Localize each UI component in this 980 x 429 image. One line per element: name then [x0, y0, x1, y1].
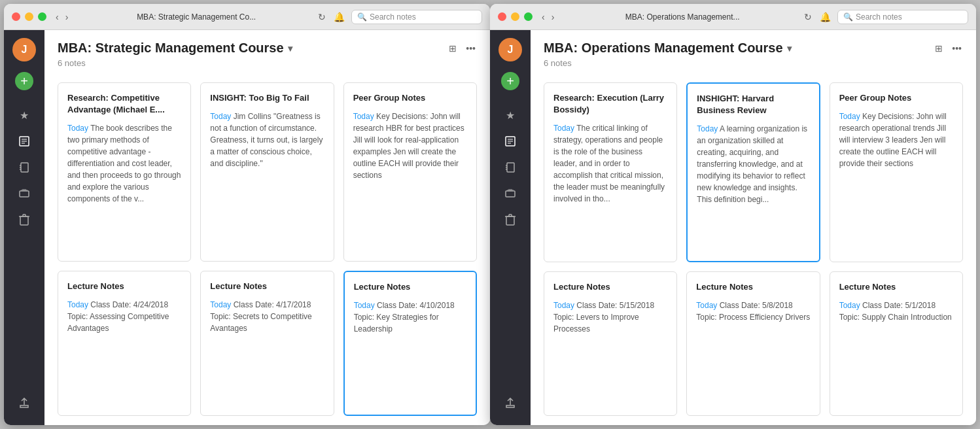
- note-card-note-2[interactable]: INSIGHT: Too Big To FailToday Jim Collin…: [200, 82, 334, 262]
- note-preview-note-1: Today The book describes the two primary…: [67, 122, 181, 205]
- note-card-note-r1[interactable]: Research: Execution (Larry Bossidy)Today…: [544, 82, 677, 262]
- note-title-note-6: Lecture Notes: [354, 281, 466, 293]
- bell-btn-left[interactable]: 🔔: [332, 10, 346, 24]
- bell-btn-right[interactable]: 🔔: [818, 10, 832, 24]
- notebook-header-right: MBA: Operations Management Course ▾ ⊞ ••…: [531, 30, 976, 73]
- sidebar-left: J + ★: [4, 30, 44, 425]
- window-left: ‹ › MBA: Strategic Management Co... ↻ 🔔 …: [4, 4, 490, 425]
- today-label-note-4: Today: [67, 300, 88, 309]
- note-preview-note-r5: Today Class Date: 5/8/2018 Topic: Proces…: [696, 300, 810, 323]
- search-placeholder-right: Search notes: [856, 12, 902, 22]
- back-btn-right[interactable]: ‹: [539, 10, 548, 24]
- note-title-note-r4: Lecture Notes: [553, 281, 667, 293]
- note-title-note-r6: Lecture Notes: [839, 281, 953, 293]
- back-btn-left[interactable]: ‹: [53, 10, 61, 24]
- minimize-btn-left[interactable]: [25, 12, 33, 21]
- note-preview-note-r4: Today Class Date: 5/15/2018 Topic: Lever…: [553, 300, 667, 335]
- sidebar-icon-share-right[interactable]: [499, 391, 522, 415]
- today-label-note-3: Today: [353, 112, 374, 121]
- window-controls-right: [498, 12, 533, 21]
- chevron-down-icon-right[interactable]: ▾: [787, 43, 792, 54]
- minimize-btn-right[interactable]: [511, 12, 519, 21]
- note-card-note-4[interactable]: Lecture NotesToday Class Date: 4/24/2018…: [58, 271, 191, 416]
- chevron-down-icon-left[interactable]: ▾: [288, 43, 292, 54]
- sidebar-icon-trash-left[interactable]: [12, 208, 36, 232]
- grid-view-btn-left[interactable]: ⊞: [447, 42, 458, 55]
- note-title-note-r2: INSHIGHT: Harvard Business Review: [697, 93, 809, 116]
- note-card-note-5[interactable]: Lecture NotesToday Class Date: 4/17/2018…: [200, 271, 334, 416]
- note-card-note-r6[interactable]: Lecture NotesToday Class Date: 5/1/2018 …: [830, 271, 963, 416]
- note-card-note-r2[interactable]: INSHIGHT: Harvard Business ReviewToday A…: [686, 82, 820, 262]
- close-btn-left[interactable]: [12, 12, 20, 21]
- window-controls-left: [12, 12, 46, 21]
- add-note-btn-right[interactable]: +: [501, 72, 519, 90]
- notebook-header-left: MBA: Strategic Management Course ▾ ⊞ •••…: [44, 30, 490, 73]
- maximize-btn-right[interactable]: [524, 12, 533, 21]
- note-card-note-1[interactable]: Research: Competitive Advantage (Michael…: [58, 82, 191, 262]
- avatar-right[interactable]: J: [499, 38, 522, 61]
- search-bar-right[interactable]: 🔍 Search notes: [837, 10, 968, 24]
- notes-grid-right: Research: Execution (Larry Bossidy)Today…: [531, 73, 976, 425]
- sidebar-icon-notes-left[interactable]: [12, 129, 36, 153]
- main-content-right: MBA: Operations Management Course ▾ ⊞ ••…: [531, 30, 976, 425]
- close-btn-right[interactable]: [498, 12, 506, 21]
- note-preview-note-r6: Today Class Date: 5/1/2018 Topic: Supply…: [839, 300, 953, 323]
- titlebar-left: ‹ › MBA: Strategic Management Co... ↻ 🔔 …: [4, 4, 490, 30]
- add-note-btn-left[interactable]: +: [15, 72, 33, 90]
- maximize-btn-left[interactable]: [38, 12, 46, 21]
- sidebar-icon-star-left[interactable]: ★: [12, 103, 36, 127]
- note-preview-note-5: Today Class Date: 4/17/2018 Topic: Secre…: [210, 299, 324, 334]
- window-title-right: MBA: Operations Management...: [567, 12, 797, 22]
- sidebar-right: J + ★: [490, 30, 531, 425]
- refresh-btn-right[interactable]: ↻: [803, 10, 813, 24]
- note-card-note-6[interactable]: Lecture NotesToday Class Date: 4/10/2018…: [343, 271, 477, 416]
- note-title-note-5: Lecture Notes: [210, 281, 324, 292]
- forward-btn-left[interactable]: ›: [63, 10, 71, 24]
- svg-rect-8: [20, 191, 29, 197]
- sidebar-icon-star-right[interactable]: ★: [499, 103, 522, 127]
- sidebar-icon-notebook-left[interactable]: [12, 156, 36, 179]
- sidebar-icon-trash-right[interactable]: [499, 208, 522, 232]
- sidebar-icon-notebook-right[interactable]: [499, 156, 522, 179]
- note-card-note-3[interactable]: Peer Group NotesToday Key Decisions: Joh…: [343, 82, 477, 262]
- notes-grid-left: Research: Competitive Advantage (Michael…: [44, 73, 490, 425]
- more-btn-right[interactable]: •••: [951, 42, 963, 55]
- sidebar-icon-stack-right[interactable]: [499, 182, 522, 205]
- note-title-note-4: Lecture Notes: [67, 281, 181, 292]
- note-title-note-r3: Peer Group Notes: [839, 92, 953, 104]
- note-title-note-3: Peer Group Notes: [353, 92, 467, 104]
- notebook-title-left: MBA: Strategic Management Course ▾: [58, 41, 292, 56]
- titlebar-actions-right: ↻ 🔔 🔍 Search notes: [803, 10, 968, 24]
- note-title-note-r5: Lecture Notes: [696, 281, 810, 293]
- today-label-note-r5: Today: [696, 301, 717, 310]
- notebook-title-row-right: MBA: Operations Management Course ▾ ⊞ ••…: [544, 41, 963, 56]
- svg-rect-4: [21, 163, 28, 172]
- today-label-note-r1: Today: [553, 124, 574, 133]
- forward-btn-right[interactable]: ›: [549, 10, 557, 24]
- titlebar-right: ‹ › MBA: Operations Management... ↻ 🔔 🔍 …: [490, 4, 976, 30]
- search-bar-left[interactable]: 🔍 Search notes: [351, 10, 482, 24]
- note-card-note-r5[interactable]: Lecture NotesToday Class Date: 5/8/2018 …: [686, 271, 820, 416]
- notes-count-left: 6 notes: [58, 58, 477, 68]
- note-preview-note-3: Today Key Decisions: John will research …: [353, 111, 467, 181]
- window-title-left: MBA: Strategic Management Co...: [81, 12, 311, 22]
- window-right: ‹ › MBA: Operations Management... ↻ 🔔 🔍 …: [490, 4, 976, 425]
- refresh-btn-left[interactable]: ↻: [317, 10, 327, 24]
- sidebar-icon-notes-right[interactable]: [499, 129, 522, 153]
- nav-arrows-right: ‹ ›: [539, 10, 557, 24]
- more-btn-left[interactable]: •••: [464, 42, 477, 55]
- sidebar-icon-share-left[interactable]: [12, 391, 36, 415]
- note-card-note-r4[interactable]: Lecture NotesToday Class Date: 5/15/2018…: [544, 271, 677, 416]
- today-label-note-r3: Today: [839, 112, 860, 121]
- sidebar-icon-stack-left[interactable]: [12, 182, 36, 205]
- grid-view-btn-right[interactable]: ⊞: [934, 42, 944, 55]
- note-card-note-r3[interactable]: Peer Group NotesToday Key Decisions: Joh…: [830, 82, 963, 262]
- note-preview-note-6: Today Class Date: 4/10/2018 Topic: Key S…: [354, 300, 466, 335]
- titlebar-actions-left: ↻ 🔔 🔍 Search notes: [317, 10, 482, 24]
- nav-arrows-left: ‹ ›: [53, 10, 71, 24]
- main-content-left: MBA: Strategic Management Course ▾ ⊞ •••…: [44, 30, 490, 425]
- header-actions-right: ⊞ •••: [934, 42, 963, 55]
- avatar-left[interactable]: J: [12, 38, 36, 61]
- today-label-note-r6: Today: [839, 301, 860, 310]
- search-icon-left: 🔍: [357, 12, 367, 22]
